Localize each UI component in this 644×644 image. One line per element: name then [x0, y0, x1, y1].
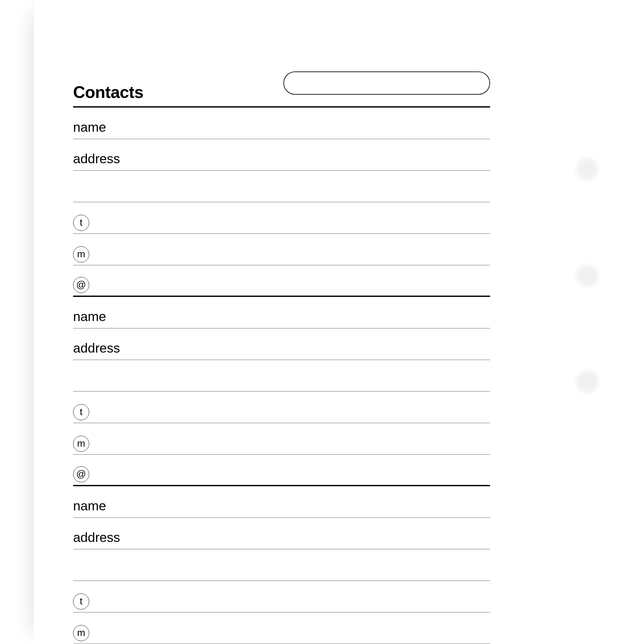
binder-hole-icon: [574, 156, 601, 183]
planner-page: Contacts name address t m @ name: [34, 0, 644, 644]
address-row-1[interactable]: address: [73, 518, 490, 549]
viewport: Contacts name address t m @ name: [0, 0, 644, 644]
email-row[interactable]: @: [73, 265, 490, 297]
address-row-2[interactable]: [73, 360, 490, 392]
binder-hole-icon: [574, 262, 601, 289]
address-label: address: [73, 530, 120, 545]
mobile-row[interactable]: m: [73, 612, 490, 644]
binder-hole-icon: [574, 369, 601, 395]
header-row: Contacts: [73, 71, 490, 108]
address-label: address: [73, 341, 120, 356]
name-row[interactable]: name: [73, 486, 490, 518]
name-label: name: [73, 309, 106, 324]
address-row-2[interactable]: [73, 171, 490, 202]
telephone-row[interactable]: t: [73, 392, 490, 423]
name-row[interactable]: name: [73, 297, 490, 328]
name-label: name: [73, 120, 106, 135]
mobile-row[interactable]: m: [73, 423, 490, 455]
mobile-icon: m: [73, 246, 89, 262]
telephone-icon: t: [73, 593, 89, 610]
telephone-row[interactable]: t: [73, 581, 490, 612]
alpha-tab-field[interactable]: [283, 71, 490, 95]
email-icon: @: [73, 277, 89, 293]
name-label: name: [73, 498, 106, 514]
email-icon: @: [73, 466, 89, 482]
mobile-icon: m: [73, 436, 89, 452]
page-title: Contacts: [73, 82, 143, 102]
telephone-icon: t: [73, 404, 89, 420]
address-row-1[interactable]: address: [73, 139, 490, 171]
address-row-1[interactable]: address: [73, 328, 490, 360]
address-label: address: [73, 151, 120, 166]
address-row-2[interactable]: [73, 549, 490, 581]
content-area: Contacts name address t m @ name: [73, 71, 490, 644]
mobile-icon: m: [73, 625, 89, 641]
telephone-row[interactable]: t: [73, 202, 490, 234]
email-row[interactable]: @: [73, 455, 490, 486]
telephone-icon: t: [73, 215, 89, 231]
name-row[interactable]: name: [73, 108, 490, 139]
mobile-row[interactable]: m: [73, 234, 490, 265]
